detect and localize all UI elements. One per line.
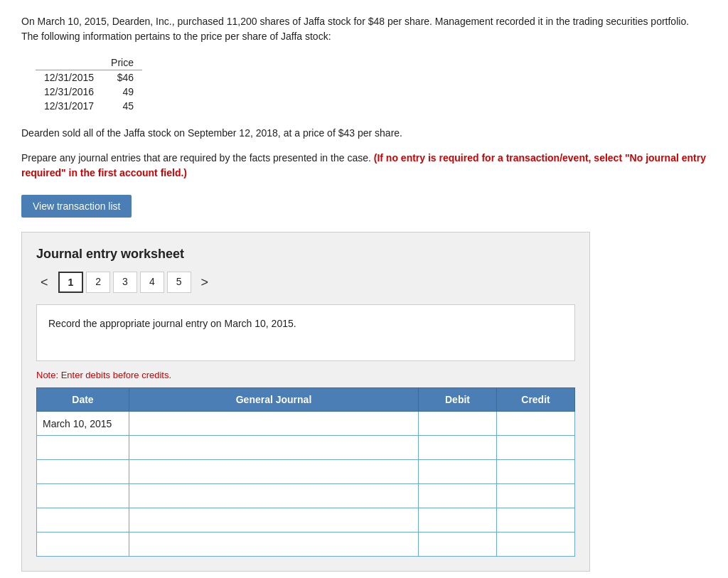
tab-right-arrow[interactable]: > [197,274,213,291]
price-row: 12/31/201745 [36,99,142,113]
journal-row [37,532,575,557]
journal-debit-input[interactable] [424,515,491,526]
tab-1[interactable]: 1 [58,272,84,293]
journal-table: DateGeneral JournalDebitCredit March 10,… [36,387,575,557]
prepare-main: Prepare any journal entries that are req… [21,152,371,164]
note-text: Note: Enter debits before credits. [36,370,575,380]
journal-account-input[interactable] [135,466,412,478]
journal-date-input[interactable] [43,515,123,526]
tab-left-arrow[interactable]: < [36,274,53,291]
journal-debit-input[interactable] [424,442,491,454]
journal-row [37,436,575,460]
tab-4[interactable]: 4 [140,272,164,293]
journal-credit-input[interactable] [503,466,569,478]
journal-debit-input[interactable] [424,418,491,429]
tab-navigation: < 12345 > [36,272,575,293]
journal-date-input[interactable] [43,539,123,550]
journal-row [37,460,575,484]
prepare-text: Prepare any journal entries that are req… [21,151,707,181]
tab-3[interactable]: 3 [113,272,137,293]
journal-credit-input[interactable] [503,515,569,526]
journal-date-input[interactable] [43,442,123,454]
journal-col-general-journal: General Journal [129,388,419,412]
worksheet-title: Journal entry worksheet [36,247,575,262]
journal-date-input[interactable] [43,491,123,502]
journal-debit-input[interactable] [424,466,491,478]
journal-account-input[interactable] [135,442,412,454]
journal-date-cell: March 10, 2015 [37,412,129,436]
instruction-box: Record the appropriate journal entry on … [36,304,575,361]
journal-col-credit: Credit [497,388,575,412]
tab-2[interactable]: 2 [86,272,110,293]
view-transaction-list-button[interactable]: View transaction list [21,195,132,218]
journal-credit-input[interactable] [503,539,569,550]
journal-date-input[interactable] [43,466,123,478]
worksheet-container: Journal entry worksheet < 12345 > Record… [21,232,590,572]
journal-account-input[interactable] [135,539,412,550]
price-row: 12/31/201649 [36,85,142,99]
journal-row [37,484,575,508]
journal-account-input[interactable] [135,515,412,526]
journal-credit-input[interactable] [503,418,569,429]
journal-credit-input[interactable] [503,442,569,454]
price-table: Price 12/31/2015$4612/31/20164912/31/201… [36,55,142,113]
price-row: 12/31/2015$46 [36,70,142,85]
journal-row: March 10, 2015 [37,412,575,436]
journal-col-debit: Debit [419,388,497,412]
journal-credit-input[interactable] [503,491,569,502]
intro-text: On March 10, 2015, Dearden, Inc., purcha… [21,14,707,44]
journal-account-input[interactable] [135,491,412,502]
journal-debit-input[interactable] [424,539,491,550]
tab-5[interactable]: 5 [167,272,191,293]
instruction-text: Record the appropriate journal entry on … [48,318,296,329]
journal-row [37,508,575,532]
journal-col-date: Date [37,388,129,412]
sold-text: Dearden sold all of the Jaffa stock on S… [21,126,707,141]
journal-debit-input[interactable] [424,491,491,502]
journal-account-input[interactable] [135,418,412,429]
price-header: Price [102,55,142,70]
